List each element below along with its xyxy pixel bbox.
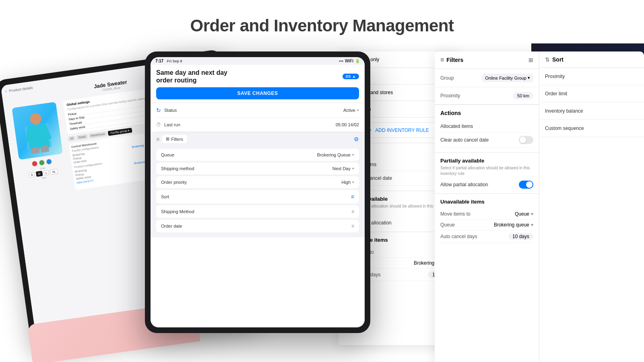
group-value: Online Facility Group: [485, 76, 526, 80]
allow-partial-label-2: Allow partial allocation: [440, 182, 488, 187]
clear-cancel-date-action-2[interactable]: Clear auto cancel date: [440, 133, 533, 148]
color-red[interactable]: [31, 160, 38, 167]
size-xl[interactable]: XL: [50, 169, 58, 175]
unavailable-sub-section: Unavailable items Move items to Queue ▾ …: [435, 194, 539, 248]
order-priority-filter-row[interactable]: Order priority High ▾: [156, 176, 359, 188]
safety-stock-label: Safety stock: [70, 125, 85, 130]
svg-point-1: [29, 113, 42, 125]
svg-rect-2: [31, 147, 40, 154]
sort-item-order-limit[interactable]: Order limit: [539, 85, 644, 103]
allocated-items-label-2: Allocated items: [440, 123, 473, 129]
filters-header: ≡ Filters ⊞: [435, 51, 539, 69]
shipping-method-value: Next Day: [332, 166, 351, 171]
queue-chevron: ▾: [352, 153, 354, 157]
partial-sub-section: Partially available Select if partial al…: [435, 153, 539, 194]
partial-sub-desc: Select if partial allocation should be a…: [440, 165, 533, 177]
move-items-label-2: Move items to: [440, 211, 471, 217]
allow-partial-toggle-2[interactable]: [519, 181, 533, 189]
sort-item-inventory-balance[interactable]: Inventory balance: [539, 103, 644, 120]
filter-settings-icon[interactable]: ⚙: [354, 136, 359, 142]
back-arrow-icon[interactable]: ‹: [5, 89, 7, 93]
order-priority-chevron: ▾: [352, 180, 354, 184]
order-date-label: Order date: [161, 224, 182, 228]
tab-facility-group[interactable]: Facility group ▾: [108, 128, 132, 136]
queue-label: Queue: [161, 152, 174, 157]
last-run-value: 05:00 14/02: [336, 122, 359, 127]
color-green[interactable]: [39, 160, 45, 166]
sort-arrows-icon: ⇅: [545, 56, 550, 63]
queue-uv-value-2: Brokering queue: [494, 222, 529, 228]
group-filter-row[interactable]: Group Online Facility Group ▾: [435, 69, 539, 87]
order-routing-title: Same day and next dayorder routing: [156, 69, 227, 84]
routing-filter-rows: Queue Brokering Queue ▾ Shipping method …: [151, 146, 365, 237]
clear-cancel-date-toggle-2[interactable]: [519, 136, 533, 144]
group-dropdown[interactable]: Online Facility Group ▾: [482, 74, 533, 82]
size-s[interactable]: S: [29, 172, 35, 178]
auto-cancel-days-value-2: 10 days: [508, 233, 533, 240]
tab-retail[interactable]: Retail: [76, 134, 88, 140]
product-image: [12, 102, 63, 160]
size-m[interactable]: M: [36, 171, 43, 177]
sort-item-custom-sequence[interactable]: Custom sequence: [539, 120, 644, 137]
sort-item-proximity[interactable]: Proximity: [539, 68, 644, 85]
pickup-label: Pickup: [68, 112, 76, 116]
routing-meta-rows: ↻ Status Active ▾ ⏱ Last run: [151, 103, 365, 132]
status-time: 7:17: [155, 59, 163, 63]
wifi-icon: WiFi: [345, 59, 353, 63]
filters-panel-title: Filters: [446, 57, 463, 63]
last-run-label: Last run: [164, 122, 180, 127]
filters-icon-inner: ⊞: [166, 136, 169, 142]
size-l[interactable]: L: [43, 170, 50, 176]
sort-header: ⇅ Sort: [539, 51, 644, 68]
shipping-method-2-filter-row[interactable]: Shipping Method ≡: [156, 205, 359, 218]
auto-cancel-days-label-2: Auto cancel days: [440, 234, 477, 239]
status-label: Status: [164, 108, 177, 113]
status-value: Active: [343, 108, 355, 113]
move-items-row-2[interactable]: Move items to Queue ▾: [440, 209, 533, 220]
group-label: Group: [440, 75, 454, 81]
shipping-method-2-icon: ≡: [351, 209, 354, 214]
filters-settings-icon: ⊞: [528, 57, 533, 63]
add-rule-label: ADD INVENTORY RULE: [375, 128, 429, 133]
tab-warehouse[interactable]: Warehouse: [89, 131, 107, 138]
queue-uv-label-2: Queue: [440, 222, 455, 228]
actions-sub-section: Actions Allocated items Clear auto cance…: [435, 105, 539, 153]
sort-custom-sequence-label: Custom sequence: [545, 125, 584, 131]
auto-cancel-days-row-2[interactable]: Auto cancel days 10 days: [440, 230, 533, 243]
save-changes-button[interactable]: SAVE CHANGES: [156, 87, 359, 99]
central-warehouse-card: Central Warehouse Facility configuration…: [69, 133, 151, 190]
status-bar: 7:17 Fri Sep 8 ▪▪▪ WiFi 🔋: [151, 57, 365, 65]
pickup-val-cw: [144, 148, 144, 150]
queue-filter-row[interactable]: Queue Brokering Queue ▾: [156, 149, 359, 161]
refresh-icon: ↻: [156, 107, 161, 113]
sort-panel-title: Sort: [552, 56, 564, 63]
shipping-method-filter-row[interactable]: Shipping method Next Day ▾: [156, 162, 359, 175]
move-items-chevron-2: ▾: [531, 211, 533, 217]
shipping-method-label: Shipping method: [161, 166, 194, 171]
product-details-header-label: Product details: [9, 85, 33, 93]
filters-badge[interactable]: ⊞ Filters: [162, 135, 187, 143]
order-routing-screen: Same day and next dayorder routing 2/3 ▲…: [151, 65, 365, 326]
sort-order-limit-label: Order limit: [545, 91, 567, 97]
sort-panel: ⇅ Sort Proximity Order limit Inventory b…: [539, 51, 644, 362]
sort-inventory-balance-label: Inventory balance: [545, 108, 583, 114]
proximity-value: 50 km: [513, 92, 533, 99]
filters-control-bar: ≡ ⊞ Filters ⚙: [151, 132, 365, 146]
tab-all[interactable]: All: [68, 136, 76, 141]
unavailable-sub-title: Unavailable items: [440, 199, 533, 205]
status-date: Fri Sep 8: [167, 59, 182, 63]
allocated-items-action-2[interactable]: Allocated items: [440, 120, 533, 133]
shipping-method-chevron: ▾: [352, 167, 354, 171]
order-date-filter-row[interactable]: Order date ≡: [156, 220, 359, 232]
order-priority-label: Order priority: [161, 180, 187, 185]
clock-icon: ⏱: [156, 122, 161, 128]
filter-eq-icon: ≡: [440, 56, 444, 64]
proximity-filter-row[interactable]: Proximity 50 km: [435, 87, 539, 105]
proximity-label: Proximity: [440, 93, 460, 99]
sort-filter-row[interactable]: Sort ≡: [156, 190, 359, 204]
tablet-middle: 7:17 Fri Sep 8 ▪▪▪ WiFi 🔋 Same day and n…: [145, 51, 370, 333]
queue-uv-chevron-2: ▾: [531, 222, 533, 228]
queue-row-2[interactable]: Queue Brokering queue ▾: [440, 220, 533, 230]
color-blue[interactable]: [46, 158, 52, 165]
allow-partial-action-2[interactable]: Allow partial allocation: [440, 181, 533, 189]
